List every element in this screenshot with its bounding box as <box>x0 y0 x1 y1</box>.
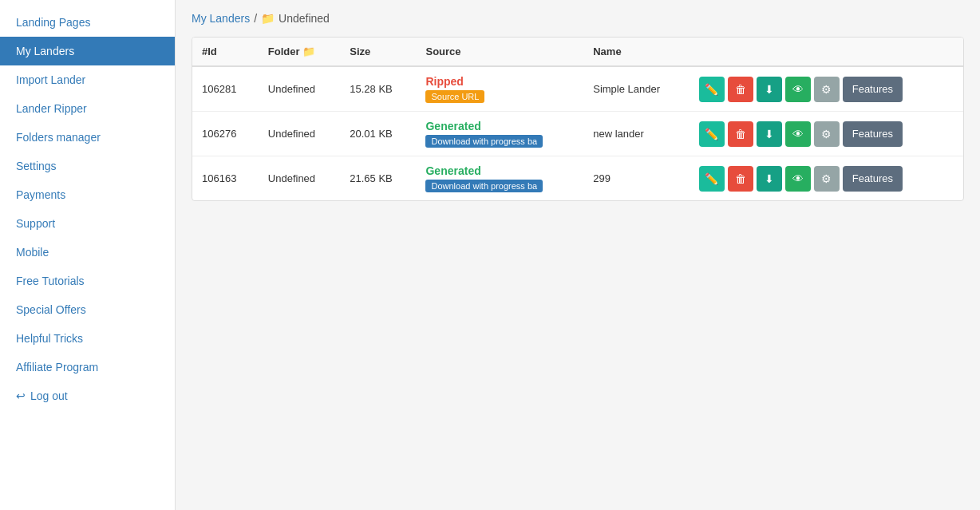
sidebar-item-settings[interactable]: Settings <box>0 152 175 180</box>
action-buttons-group: ✏️ 🗑 ⬇ 👁 ⚙ Features <box>699 121 954 147</box>
table-header-row: #Id Folder 📁 Size Source Name <box>192 38 963 66</box>
sidebar-item-payments[interactable]: Payments <box>0 180 175 209</box>
delete-button[interactable]: 🗑 <box>728 77 753 102</box>
table-row: 106276 Undefined 20.01 KB Generated Down… <box>192 112 963 156</box>
features-button[interactable]: Features <box>843 166 903 192</box>
action-buttons-group: ✏️ 🗑 ⬇ 👁 ⚙ Features <box>699 77 954 102</box>
table-row: 106281 Undefined 15.28 KB Ripped Source … <box>192 66 963 112</box>
download-button[interactable]: ⬇ <box>757 121 782 147</box>
breadcrumb-separator: / <box>254 12 257 25</box>
cell-size: 20.01 KB <box>340 112 416 156</box>
logout-icon: ↩ <box>16 389 26 402</box>
sidebar-item-mobile[interactable]: Mobile <box>0 238 175 267</box>
delete-button[interactable]: 🗑 <box>728 121 753 147</box>
preview-button[interactable]: 👁 <box>785 166 811 192</box>
action-buttons-group: ✏️ 🗑 ⬇ 👁 ⚙ Features <box>699 166 954 192</box>
cell-id: 106163 <box>192 156 259 201</box>
sidebar-item-my-landers[interactable]: My Landers <box>0 37 175 65</box>
table-row: 106163 Undefined 21.65 KB Generated Down… <box>192 156 963 201</box>
cell-id: 106276 <box>192 112 259 156</box>
breadcrumb-folder-icon: 📁 <box>261 12 275 25</box>
sidebar-item-helpful-tricks[interactable]: Helpful Tricks <box>0 324 175 353</box>
delete-button[interactable]: 🗑 <box>728 166 753 192</box>
preview-button[interactable]: 👁 <box>785 77 811 102</box>
cell-name: 299 <box>583 156 690 201</box>
settings-button[interactable]: ⚙ <box>814 166 840 192</box>
source-label: Generated <box>425 164 480 177</box>
landers-table: #Id Folder 📁 Size Source Name 106281 Und… <box>192 38 963 200</box>
settings-button[interactable]: ⚙ <box>814 121 840 147</box>
sidebar-item-special-offers[interactable]: Special Offers <box>0 295 175 324</box>
cell-folder: Undefined <box>259 156 340 201</box>
col-header-actions <box>690 38 963 66</box>
sidebar-item-support[interactable]: Support <box>0 209 175 238</box>
sidebar-item-lander-ripper[interactable]: Lander Ripper <box>0 94 175 123</box>
features-button[interactable]: Features <box>843 77 903 102</box>
logout-button[interactable]: ↩ Log out <box>0 382 175 410</box>
landers-table-container: #Id Folder 📁 Size Source Name 106281 Und… <box>192 37 964 201</box>
breadcrumb-parent[interactable]: My Landers <box>192 12 250 25</box>
source-label: Ripped <box>425 75 463 88</box>
sidebar-item-free-tutorials[interactable]: Free Tutorials <box>0 267 175 295</box>
col-header-name: Name <box>583 38 690 66</box>
edit-button[interactable]: ✏️ <box>699 121 725 147</box>
download-button[interactable]: ⬇ <box>757 77 782 102</box>
cell-folder: Undefined <box>259 66 340 112</box>
col-header-size: Size <box>340 38 416 66</box>
breadcrumb-current: Undefined <box>279 12 330 25</box>
cell-size: 15.28 KB <box>340 66 416 112</box>
cell-actions: ✏️ 🗑 ⬇ 👁 ⚙ Features <box>690 156 963 201</box>
source-label: Generated <box>425 120 480 132</box>
source-badge: Download with progress ba <box>425 135 543 148</box>
cell-actions: ✏️ 🗑 ⬇ 👁 ⚙ Features <box>690 66 963 112</box>
sidebar-item-import-lander[interactable]: Import Lander <box>0 65 175 94</box>
features-button[interactable]: Features <box>843 121 903 147</box>
cell-id: 106281 <box>192 66 259 112</box>
download-button[interactable]: ⬇ <box>757 166 782 192</box>
col-header-folder: Folder 📁 <box>259 38 340 66</box>
col-header-source: Source <box>416 38 583 66</box>
col-header-id: #Id <box>192 38 259 66</box>
breadcrumb: My Landers / 📁 Undefined <box>192 12 964 25</box>
sidebar-item-landing-pages[interactable]: Landing Pages <box>0 8 175 37</box>
cell-source: Generated Download with progress ba <box>416 156 583 201</box>
source-badge: Download with progress ba <box>425 180 543 192</box>
sidebar: Landing Pages My Landers Import Lander L… <box>0 0 176 510</box>
cell-source: Ripped Source URL <box>416 66 583 112</box>
cell-folder: Undefined <box>259 112 340 156</box>
cell-source: Generated Download with progress ba <box>416 112 583 156</box>
cell-size: 21.65 KB <box>340 156 416 201</box>
folder-header-icon: 📁 <box>302 45 315 57</box>
sidebar-item-folders-manager[interactable]: Folders manager <box>0 123 175 152</box>
cell-actions: ✏️ 🗑 ⬇ 👁 ⚙ Features <box>690 112 963 156</box>
settings-button[interactable]: ⚙ <box>814 77 840 102</box>
edit-button[interactable]: ✏️ <box>699 77 725 102</box>
sidebar-item-affiliate-program[interactable]: Affiliate Program <box>0 353 175 382</box>
cell-name: new lander <box>583 112 690 156</box>
cell-name: Simple Lander <box>583 66 690 112</box>
main-content: My Landers / 📁 Undefined #Id Folder 📁 Si… <box>176 0 980 510</box>
source-badge: Source URL <box>425 90 484 103</box>
preview-button[interactable]: 👁 <box>785 121 811 147</box>
edit-button[interactable]: ✏️ <box>699 166 725 192</box>
